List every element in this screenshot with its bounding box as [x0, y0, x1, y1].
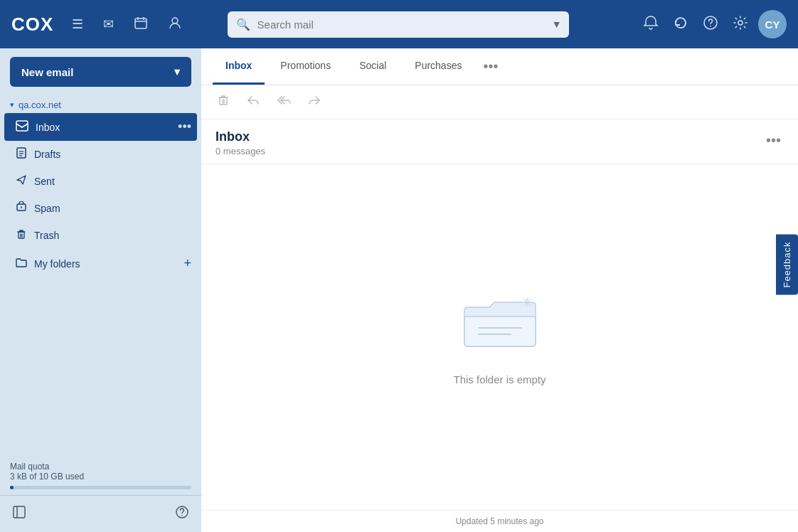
- top-navbar: COX ☰ ✉ 🔍 ▼: [0, 0, 798, 48]
- sidebar-expand-button[interactable]: [10, 503, 28, 525]
- svg-rect-15: [18, 232, 24, 238]
- quota-bar-background: [10, 486, 191, 489]
- sidebar-spam-label: Spam: [34, 203, 191, 214]
- my-folders-label: My folders: [34, 258, 80, 270]
- new-email-button[interactable]: New email ▾: [10, 57, 191, 87]
- tab-inbox[interactable]: Inbox: [213, 48, 265, 85]
- feedback-button[interactable]: Feedback: [776, 234, 798, 294]
- trash-icon: [16, 228, 27, 243]
- inbox-header-text: Inbox 0 messages: [216, 129, 265, 156]
- help-icon: [703, 15, 718, 34]
- cox-logo: COX: [11, 14, 53, 36]
- quota-used-text: 3 kB of 10 GB used: [10, 472, 191, 482]
- tab-social[interactable]: Social: [346, 48, 399, 85]
- calendar-icon: [134, 16, 148, 33]
- feedback-tab-container: Feedback: [776, 234, 798, 297]
- new-email-label: New email: [21, 66, 73, 78]
- spam-icon: [16, 201, 27, 216]
- avatar-initials: CY: [765, 18, 780, 31]
- sidebar-item-sent[interactable]: Sent: [0, 168, 201, 195]
- tab-purchases[interactable]: Purchases: [402, 48, 474, 85]
- my-folders-row[interactable]: My folders +: [0, 249, 201, 278]
- tabs-more-button[interactable]: •••: [477, 50, 504, 83]
- main-content: New email ▾ ▾ qa.cox.net Inbox •••: [0, 48, 798, 532]
- chevron-down-icon: ▼: [552, 18, 562, 30]
- mail-icon: ✉: [103, 16, 114, 32]
- add-folder-button[interactable]: +: [183, 256, 191, 271]
- sidebar-item-spam[interactable]: Spam: [0, 195, 201, 222]
- user-avatar-button[interactable]: CY: [758, 10, 787, 38]
- drafts-icon: [16, 147, 27, 161]
- sent-icon: [16, 174, 27, 188]
- contacts-nav-button[interactable]: [164, 11, 186, 38]
- sidebar-bottom: [0, 495, 201, 532]
- reply-all-toolbar-button[interactable]: [272, 91, 295, 113]
- inbox-message-count: 0 messages: [216, 146, 265, 156]
- notification-bell-button[interactable]: [639, 11, 663, 38]
- sidebar-item-inbox[interactable]: Inbox •••: [4, 113, 197, 141]
- status-bar: Updated 5 minutes ago: [201, 510, 798, 532]
- mail-nav-button[interactable]: ✉: [99, 12, 118, 36]
- folder-list: Inbox ••• Drafts: [0, 113, 201, 454]
- refresh-icon: [673, 15, 688, 34]
- search-icon: 🔍: [236, 18, 250, 31]
- nav-right-icons: CY: [639, 10, 787, 38]
- sidebar-sent-label: Sent: [34, 176, 191, 187]
- inbox-more-icon: •••: [766, 132, 781, 148]
- sidebar: New email ▾ ▾ qa.cox.net Inbox •••: [0, 48, 201, 532]
- status-updated-text: Updated 5 minutes ago: [455, 516, 543, 526]
- svg-rect-20: [220, 97, 227, 105]
- inbox-more-button[interactable]: •••: [763, 129, 784, 151]
- help-circle-icon: [176, 507, 188, 521]
- svg-rect-16: [14, 506, 25, 518]
- reply-all-icon: [277, 95, 291, 110]
- tab-promotions[interactable]: Promotions: [267, 48, 344, 85]
- mail-quota: Mail quota 3 kB of 10 GB used: [0, 454, 201, 495]
- gear-icon: [733, 15, 748, 34]
- sidebar-item-drafts[interactable]: Drafts: [0, 141, 201, 168]
- hamburger-menu-button[interactable]: ☰: [68, 12, 87, 36]
- search-dropdown-button[interactable]: ▼: [552, 18, 562, 30]
- calendar-nav-button[interactable]: [129, 11, 152, 38]
- search-bar: 🔍 ▼: [228, 11, 569, 38]
- new-email-dropdown-icon: ▾: [174, 65, 180, 78]
- new-email-btn-wrap: New email ▾: [0, 57, 201, 95]
- inbox-more-icon[interactable]: •••: [178, 119, 191, 134]
- delete-toolbar-button[interactable]: [213, 91, 234, 113]
- svg-point-19: [181, 515, 183, 516]
- my-folders-icon: [16, 257, 27, 271]
- expand-icon: [13, 507, 26, 521]
- account-row[interactable]: ▾ qa.cox.net: [0, 95, 201, 113]
- forward-toolbar-button[interactable]: [304, 91, 325, 113]
- bell-icon: [643, 15, 659, 34]
- reply-toolbar-button[interactable]: [243, 91, 264, 113]
- account-label: qa.cox.net: [18, 100, 61, 110]
- refresh-button[interactable]: [669, 11, 693, 38]
- empty-folder-illustration: [457, 289, 543, 361]
- email-toolbar: [201, 85, 798, 119]
- feedback-label: Feedback: [782, 241, 792, 287]
- empty-folder-state: This folder is empty: [201, 164, 798, 510]
- search-input[interactable]: [228, 11, 569, 38]
- sidebar-help-button[interactable]: [173, 503, 191, 525]
- inbox-title: Inbox: [216, 129, 265, 144]
- svg-rect-8: [16, 121, 28, 131]
- svg-rect-0: [135, 18, 147, 28]
- contacts-icon: [168, 16, 182, 33]
- inbox-icon: [16, 120, 28, 134]
- sidebar-inbox-label: Inbox: [36, 122, 171, 133]
- reply-icon: [247, 95, 260, 110]
- account-chevron-icon: ▾: [10, 100, 14, 110]
- svg-point-7: [738, 21, 743, 25]
- trash-toolbar-icon: [217, 95, 230, 110]
- sidebar-item-trash[interactable]: Trash: [0, 222, 201, 249]
- quota-label: Mail quota: [10, 462, 191, 472]
- tab-bar: Inbox Promotions Social Purchases •••: [201, 48, 798, 85]
- email-area: Inbox Promotions Social Purchases •••: [201, 48, 798, 532]
- svg-point-4: [172, 18, 178, 23]
- svg-point-6: [710, 26, 711, 27]
- help-button[interactable]: [698, 11, 723, 38]
- settings-button[interactable]: [728, 11, 752, 38]
- sidebar-trash-label: Trash: [34, 230, 191, 241]
- svg-rect-9: [17, 148, 26, 158]
